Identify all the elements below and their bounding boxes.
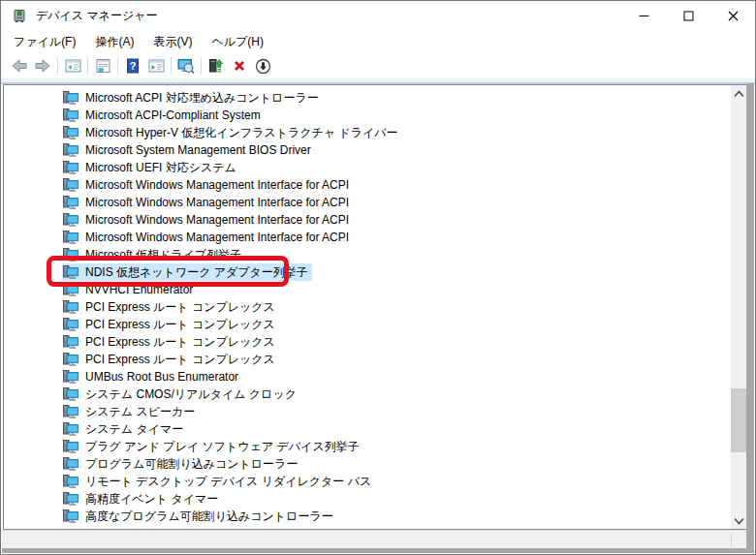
toolbar: ? <box>1 53 755 78</box>
device-item-content[interactable]: PCI Express ルート コンプレックス <box>62 351 279 368</box>
system-device-icon <box>63 91 79 106</box>
scan-hardware-changes-button[interactable] <box>174 54 198 77</box>
device-tree-item[interactable]: UMBus Root Bus Enumerator <box>4 368 731 385</box>
help-button[interactable]: ? <box>121 54 144 77</box>
device-tree-item[interactable]: Microsoft ACPI 対応埋め込みコントローラー <box>4 89 731 107</box>
system-device-icon <box>63 265 79 280</box>
device-tree-item[interactable]: Microsoft ACPI-Compliant System <box>4 107 731 124</box>
device-tree-item[interactable]: NDIS 仮想ネットワーク アダプター列挙子 <box>4 263 731 281</box>
device-item-content[interactable]: Microsoft ACPI-Compliant System <box>62 107 265 124</box>
device-label: Microsoft Hyper-V 仮想化インフラストラクチャ ドライバー <box>85 125 398 141</box>
status-bar-separator <box>731 534 732 547</box>
device-item-content[interactable]: Microsoft Windows Management Interface f… <box>62 229 353 246</box>
device-tree-item[interactable]: Microsoft Windows Management Interface f… <box>4 229 731 246</box>
device-label: NDIS 仮想ネットワーク アダプター列挙子 <box>85 264 308 281</box>
menu-action[interactable]: 操作(A) <box>85 31 143 53</box>
device-tree-item[interactable]: システム CMOS/リアルタイム クロック <box>4 385 731 403</box>
menu-help[interactable]: ヘルプ(H) <box>202 31 273 53</box>
device-item-content[interactable]: Microsoft UEFI 対応システム <box>62 159 240 176</box>
device-label: リモート デスクトップ デバイス リダイレクター バス <box>85 474 371 490</box>
device-tree-item[interactable]: 高度なプログラム可能割り込みコントローラー <box>4 508 731 525</box>
device-tree-item[interactable]: リモート デスクトップ デバイス リダイレクター バス <box>4 473 731 490</box>
device-list: Microsoft ACPI 対応埋め込みコントローラー Microsoft A… <box>4 85 731 529</box>
maximize-button[interactable] <box>666 1 710 31</box>
device-item-content[interactable]: Microsoft ACPI 対応埋め込みコントローラー <box>62 89 323 107</box>
device-tree-item[interactable]: Microsoft Windows Management Interface f… <box>4 176 731 194</box>
device-label: Microsoft UEFI 対応システム <box>85 160 236 176</box>
window-right-edge <box>746 83 754 553</box>
device-label: Microsoft Windows Management Interface f… <box>85 196 349 209</box>
scroll-up-button[interactable] <box>731 85 747 102</box>
device-item-content[interactable]: リモート デスクトップ デバイス リダイレクター バス <box>62 473 375 490</box>
vertical-scrollbar[interactable] <box>731 85 747 529</box>
device-item-content[interactable]: Microsoft Hyper-V 仮想化インフラストラクチャ ドライバー <box>62 124 402 141</box>
device-item-content[interactable]: PCI Express ルート コンプレックス <box>62 316 279 333</box>
device-label: Microsoft Windows Management Interface f… <box>85 231 349 244</box>
system-device-icon <box>63 387 79 402</box>
device-item-content[interactable]: PCI Express ルート コンプレックス <box>62 333 279 351</box>
device-item-content[interactable]: Microsoft Windows Management Interface f… <box>62 211 353 229</box>
forward-button[interactable] <box>31 54 54 77</box>
device-item-content[interactable]: 高度なプログラム可能割り込みコントローラー <box>62 508 337 525</box>
menu-bar: ファイル(F) 操作(A) 表示(V) ヘルプ(H) <box>1 31 755 53</box>
title-bar[interactable]: デバイス マネージャー <box>1 1 755 31</box>
device-tree-item[interactable]: プラグ アンド プレイ ソフトウェア デバイス列挙子 <box>4 438 731 455</box>
back-icon <box>11 58 28 74</box>
device-tree-item[interactable]: システム スピーカー <box>4 403 731 420</box>
device-tree-item[interactable]: Microsoft Windows Management Interface f… <box>4 194 731 211</box>
device-label: プラグ アンド プレイ ソフトウェア デバイス列挙子 <box>85 439 360 455</box>
toolbar-separator <box>117 57 118 75</box>
device-tree-item[interactable]: PCI Express ルート コンプレックス <box>4 333 731 351</box>
device-tree-item[interactable]: システム タイマー <box>4 420 731 438</box>
close-button[interactable] <box>710 1 755 31</box>
update-driver-icon <box>208 58 224 74</box>
device-item-content[interactable]: プログラム可能割り込みコントローラー <box>62 455 301 473</box>
disable-device-button[interactable] <box>251 54 274 77</box>
device-item-content[interactable]: システム CMOS/リアルタイム クロック <box>62 385 300 403</box>
device-tree-item[interactable]: PCI Express ルート コンプレックス <box>4 351 731 368</box>
device-tree-item[interactable]: 高精度イベント タイマー <box>4 490 731 508</box>
action-pane-button[interactable] <box>144 54 168 77</box>
forward-icon <box>34 58 51 74</box>
device-item-content[interactable]: システム スピーカー <box>62 403 199 420</box>
device-tree-item[interactable]: Microsoft UEFI 対応システム <box>4 159 731 176</box>
menu-file[interactable]: ファイル(F) <box>4 31 85 53</box>
device-item-content[interactable]: NDIS 仮想ネットワーク アダプター列挙子 <box>62 263 312 281</box>
system-device-icon <box>63 126 79 140</box>
system-device-icon <box>63 283 79 297</box>
device-tree-item[interactable]: NVVHCI Enumerator <box>4 281 731 298</box>
status-bar <box>2 530 748 550</box>
device-item-content[interactable]: UMBus Root Bus Enumerator <box>62 368 242 385</box>
scrollbar-thumb[interactable] <box>731 388 747 452</box>
device-item-content[interactable]: Microsoft System Management BIOS Driver <box>62 141 315 159</box>
device-tree-item[interactable]: PCI Express ルート コンプレックス <box>4 316 731 333</box>
device-item-content[interactable]: Microsoft Windows Management Interface f… <box>62 176 353 194</box>
device-item-content[interactable]: NVVHCI Enumerator <box>62 281 197 298</box>
device-item-content[interactable]: Microsoft 仮想ドライブ列挙子 <box>62 246 245 263</box>
device-label: PCI Express ルート コンプレックス <box>85 317 275 333</box>
properties-button[interactable] <box>91 54 114 77</box>
device-item-content[interactable]: プラグ アンド プレイ ソフトウェア デバイス列挙子 <box>62 438 363 455</box>
system-device-icon <box>63 492 79 507</box>
device-tree-item[interactable]: Microsoft Hyper-V 仮想化インフラストラクチャ ドライバー <box>4 124 731 141</box>
device-item-content[interactable]: 高精度イベント タイマー <box>62 490 222 508</box>
device-tree-item[interactable]: Microsoft Windows Management Interface f… <box>4 211 731 229</box>
minimize-button[interactable] <box>621 1 666 31</box>
device-item-content[interactable]: Microsoft Windows Management Interface f… <box>62 194 353 211</box>
update-driver-button[interactable] <box>205 54 228 77</box>
device-tree-item[interactable]: プログラム可能割り込みコントローラー <box>4 455 731 473</box>
scroll-down-button[interactable] <box>731 512 747 529</box>
menu-view[interactable]: 表示(V) <box>143 31 202 53</box>
device-item-content[interactable]: PCI Express ルート コンプレックス <box>62 298 279 316</box>
device-tree-item[interactable]: Microsoft 仮想ドライブ列挙子 <box>4 246 731 263</box>
system-device-icon <box>63 143 79 158</box>
back-button[interactable] <box>8 54 31 77</box>
system-device-icon <box>63 231 79 245</box>
device-tree-item[interactable]: PCI Express ルート コンプレックス <box>4 298 731 316</box>
system-device-icon <box>63 335 79 350</box>
system-device-icon <box>63 161 79 175</box>
uninstall-device-button[interactable] <box>228 54 251 77</box>
show-console-tree-button[interactable] <box>61 54 84 77</box>
device-tree-item[interactable]: Microsoft System Management BIOS Driver <box>4 141 731 159</box>
device-item-content[interactable]: システム タイマー <box>62 420 187 438</box>
